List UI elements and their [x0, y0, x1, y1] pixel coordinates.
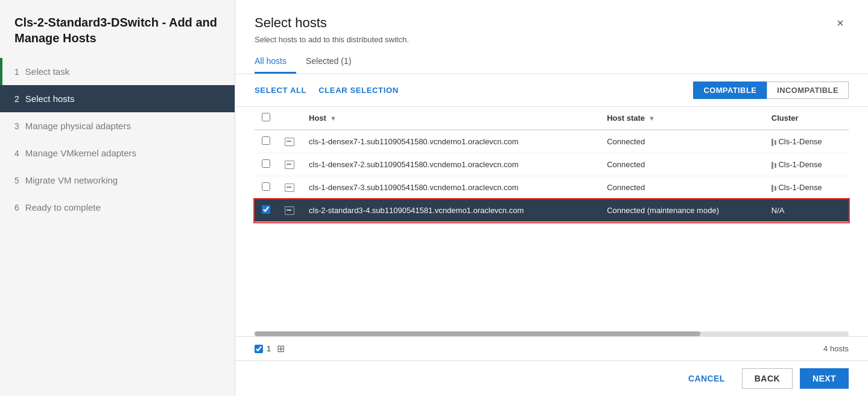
cluster-icon: [771, 162, 776, 169]
col-header-host-state: Host state ▼: [600, 107, 764, 130]
horizontal-scrollbar[interactable]: [235, 331, 868, 336]
action-row: CANCEL BACK NEXT: [235, 360, 868, 396]
host-server-icon: [285, 161, 294, 169]
selected-count-area: 1 ⊞: [255, 343, 285, 354]
footer-columns-icon: ⊞: [277, 343, 285, 354]
row-cluster: Cls-1-Dense: [764, 153, 849, 176]
sidebar-steps: 1Select task2Select hosts3Manage physica…: [0, 58, 235, 221]
table-row[interactable]: cls-1-densex7-2.sub11090541580.vcndemo1.…: [255, 153, 849, 176]
sidebar-step-6[interactable]: 6Ready to complete: [0, 194, 235, 221]
main-content: Select hosts × Select hosts to add to th…: [235, 0, 868, 396]
sidebar-step-5[interactable]: 5Migrate VM networking: [0, 167, 235, 194]
compat-toggle: COMPATIBLE INCOMPATIBLE: [693, 81, 849, 99]
row-host: cls-1-densex7-1.sub11090541580.vcndemo1.…: [302, 130, 600, 153]
col-header-checkbox: [255, 107, 277, 130]
row-host-state: Connected (maintenance mode): [600, 199, 764, 222]
sidebar-title: Cls-2-Standard3-DSwitch - Add and Manage…: [0, 0, 235, 58]
sidebar-step-3[interactable]: 3Manage physical adapters: [0, 112, 235, 139]
row-checkbox[interactable]: [262, 136, 270, 145]
row-cluster: N/A: [764, 199, 849, 222]
row-checkbox-cell: [255, 153, 277, 176]
row-checkbox-cell: [255, 130, 277, 153]
dialog-header: Select hosts × Select hosts to add to th…: [235, 0, 868, 74]
col-header-host: Host ▼: [302, 107, 600, 130]
footer-selected-count: 1: [267, 344, 271, 353]
row-icon-cell: [277, 153, 302, 176]
sidebar-step-4[interactable]: 4Manage VMkernel adapters: [0, 139, 235, 167]
table-row[interactable]: cls-1-densex7-3.sub11090541580.vcndemo1.…: [255, 176, 849, 199]
row-checkbox-cell: [255, 176, 277, 199]
total-hosts-count: 4 hosts: [823, 344, 849, 353]
row-icon-cell: [277, 130, 302, 153]
col-header-cluster: Cluster: [764, 107, 849, 130]
back-button[interactable]: BACK: [742, 368, 793, 389]
footer-status: 1 ⊞ 4 hosts: [235, 336, 868, 360]
cluster-icon: [771, 185, 776, 192]
hosts-table: Host ▼ Host state ▼ Clus: [255, 107, 849, 222]
row-host: cls-1-densex7-3.sub11090541580.vcndemo1.…: [302, 176, 600, 199]
select-all-button[interactable]: SELECT ALL: [255, 86, 306, 95]
host-server-icon: [285, 184, 294, 192]
row-host-state: Connected: [600, 176, 764, 199]
table-row[interactable]: cls-1-densex7-1.sub11090541580.vcndemo1.…: [255, 130, 849, 153]
sidebar-step-2[interactable]: 2Select hosts: [0, 85, 235, 112]
host-state-filter-icon[interactable]: ▼: [648, 115, 655, 122]
row-checkbox[interactable]: [262, 182, 270, 191]
incompatible-button[interactable]: INCOMPATIBLE: [767, 81, 849, 99]
row-host: cls-1-densex7-2.sub11090541580.vcndemo1.…: [302, 153, 600, 176]
row-checkbox[interactable]: [262, 205, 270, 214]
host-server-icon: [285, 206, 294, 215]
tab-all-hosts[interactable]: All hosts: [255, 51, 296, 74]
clear-selection-button[interactable]: CLEAR SELECTION: [318, 86, 399, 95]
hosts-table-wrapper: Host ▼ Host state ▼ Clus: [235, 107, 868, 329]
sidebar: Cls-2-Standard3-DSwitch - Add and Manage…: [0, 0, 235, 396]
next-button[interactable]: NEXT: [800, 368, 849, 389]
host-filter-icon[interactable]: ▼: [330, 115, 337, 122]
dialog-wrapper: Cls-2-Standard3-DSwitch - Add and Manage…: [0, 0, 868, 396]
row-host: cls-2-standard3-4.sub11090541581.vcndemo…: [302, 199, 600, 222]
row-checkbox-cell: [255, 199, 277, 222]
row-cluster: Cls-1-Dense: [764, 176, 849, 199]
row-host-state: Connected: [600, 130, 764, 153]
col-header-icon: [277, 107, 302, 130]
footer-checkbox[interactable]: [255, 345, 263, 353]
cancel-button[interactable]: CANCEL: [679, 369, 735, 388]
scrollbar-track: [255, 331, 849, 336]
table-row[interactable]: cls-2-standard3-4.sub11090541581.vcndemo…: [255, 199, 849, 222]
select-all-checkbox[interactable]: [262, 113, 270, 121]
cluster-icon: [771, 139, 776, 146]
compatible-button[interactable]: COMPATIBLE: [693, 81, 767, 99]
dialog-subtitle: Select hosts to add to this distributed …: [255, 35, 849, 44]
row-checkbox[interactable]: [262, 159, 270, 168]
tab-selected[interactable]: Selected (1): [306, 51, 361, 74]
toolbar: SELECT ALL CLEAR SELECTION COMPATIBLE IN…: [235, 74, 868, 107]
tabs-row: All hosts Selected (1): [255, 51, 849, 74]
sidebar-step-1[interactable]: 1Select task: [0, 58, 235, 85]
dialog-title: Select hosts: [255, 15, 327, 31]
scrollbar-thumb: [255, 331, 700, 336]
host-server-icon: [285, 138, 294, 146]
close-button[interactable]: ×: [832, 14, 849, 31]
row-host-state: Connected: [600, 153, 764, 176]
row-cluster: Cls-1-Dense: [764, 130, 849, 153]
toolbar-left: SELECT ALL CLEAR SELECTION: [255, 86, 399, 95]
row-icon-cell: [277, 199, 302, 222]
row-icon-cell: [277, 176, 302, 199]
